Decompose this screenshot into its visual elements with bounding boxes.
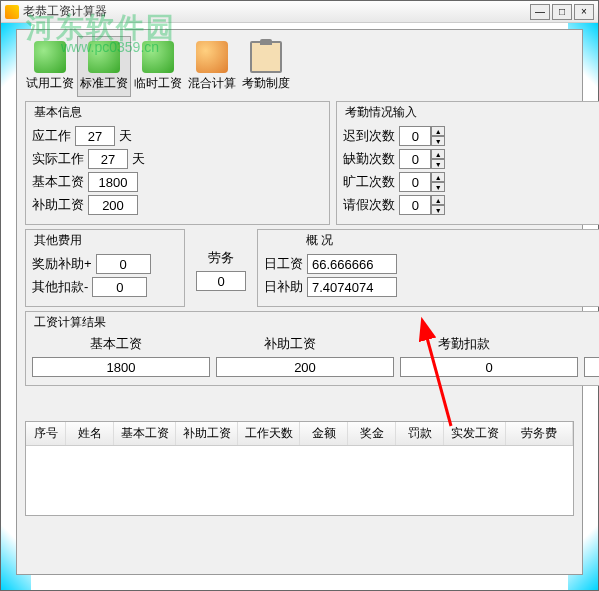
- th-base: 基本工资: [114, 422, 176, 445]
- table-header: 序号 姓名 基本工资 补助工资 工作天数 金额 奖金 罚款 实发工资 劳务费: [26, 422, 573, 446]
- th-days: 工作天数: [238, 422, 300, 445]
- labor-label: 劳务: [208, 249, 234, 267]
- toolbar-attendance-system[interactable]: 考勤制度: [239, 36, 293, 97]
- toolbar-mixed-calc[interactable]: 混合计算: [185, 36, 239, 97]
- allowance-input[interactable]: [88, 195, 138, 215]
- skip-count-spinner[interactable]: ▲▼: [399, 172, 445, 192]
- people-icon: [88, 41, 120, 73]
- result-base: [32, 357, 210, 377]
- spin-down-icon[interactable]: ▼: [431, 136, 445, 146]
- should-work-label: 应工作: [32, 127, 71, 145]
- daily-salary-output: [307, 254, 397, 274]
- actual-work-input[interactable]: [88, 149, 128, 169]
- actual-work-label: 实际工作: [32, 150, 84, 168]
- th-index: 序号: [26, 422, 66, 445]
- person-icon: [34, 41, 66, 73]
- other-fee-group: 其他费用 奖励补助+ 其他扣款-: [25, 229, 185, 307]
- daily-allow-output: [307, 277, 397, 297]
- base-salary-input[interactable]: [88, 172, 138, 192]
- th-penalty: 罚款: [396, 422, 444, 445]
- app-icon: [5, 5, 19, 19]
- attendance-input-title: 考勤情况输入: [343, 104, 419, 121]
- close-button[interactable]: ×: [574, 4, 594, 20]
- minimize-button[interactable]: —: [530, 4, 550, 20]
- absent-count-spinner[interactable]: ▲▼: [399, 149, 445, 169]
- person-check-icon: [142, 41, 174, 73]
- toolbar-temp-salary[interactable]: 临时工资: [131, 36, 185, 97]
- allowance-label: 补助工资: [32, 196, 84, 214]
- clipboard-icon: [250, 41, 282, 73]
- th-allow: 补助工资: [176, 422, 238, 445]
- result-allow: [216, 357, 394, 377]
- other-deduct-input[interactable]: [92, 277, 147, 297]
- labor-input[interactable]: [196, 271, 246, 291]
- result-deduct: [400, 357, 578, 377]
- th-amount: 金额: [300, 422, 348, 445]
- toolbar-trial-salary[interactable]: 试用工资: [23, 36, 77, 97]
- bonus-input[interactable]: [96, 254, 151, 274]
- spin-up-icon[interactable]: ▲: [431, 126, 445, 136]
- person-gear-icon: [196, 41, 228, 73]
- attendance-input-group: 考勤情况输入 迟到次数▲▼ 缺勤次数▲▼ 旷工次数▲▼ 请假次数▲▼: [336, 101, 599, 225]
- overview-group: 概 况 日工资 日补助: [257, 229, 599, 307]
- window-title: 老恭工资计算器: [23, 3, 530, 20]
- th-labor: 劳务费: [506, 422, 573, 445]
- th-bonus: 奖金: [348, 422, 396, 445]
- result-other: [584, 357, 599, 377]
- basic-info-title: 基本信息: [32, 104, 84, 121]
- maximize-button[interactable]: □: [552, 4, 572, 20]
- result-group: 工资计算结果 基本工资 补助工资 考勤扣款 其他费用 本月实发工资: [25, 311, 599, 386]
- late-count-spinner[interactable]: ▲▼: [399, 126, 445, 146]
- result-table[interactable]: 序号 姓名 基本工资 补助工资 工作天数 金额 奖金 罚款 实发工资 劳务费: [25, 421, 574, 516]
- app-window: 老恭工资计算器 — □ × 河东软件园 www.pc0359.cn 试用工资 标…: [0, 0, 599, 591]
- toolbar: 试用工资 标准工资 临时工资 混合计算 考勤制度: [17, 30, 582, 97]
- base-salary-label: 基本工资: [32, 173, 84, 191]
- toolbar-standard-salary[interactable]: 标准工资: [77, 36, 131, 97]
- leave-count-spinner[interactable]: ▲▼: [399, 195, 445, 215]
- th-actual: 实发工资: [444, 422, 506, 445]
- should-work-input[interactable]: [75, 126, 115, 146]
- titlebar: 老恭工资计算器 — □ ×: [1, 1, 598, 23]
- content-area: 试用工资 标准工资 临时工资 混合计算 考勤制度 基本信息 应工作天 实际工作天…: [16, 29, 583, 575]
- basic-info-group: 基本信息 应工作天 实际工作天 基本工资 补助工资: [25, 101, 330, 225]
- th-name: 姓名: [66, 422, 114, 445]
